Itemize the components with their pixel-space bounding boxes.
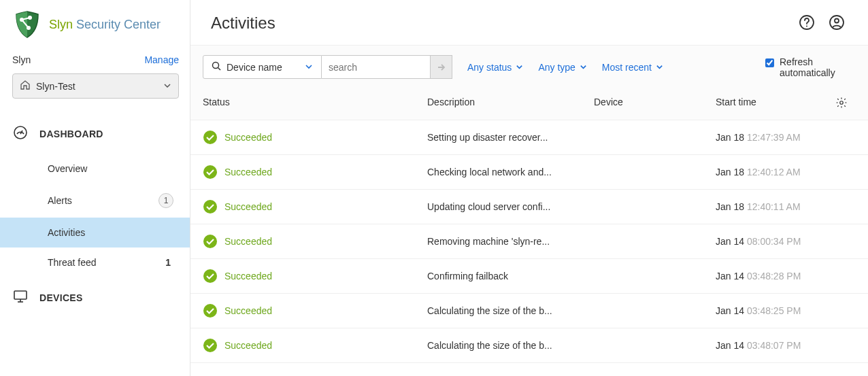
success-check-icon xyxy=(203,338,218,353)
chevron-down-icon xyxy=(516,63,523,71)
description-cell: Setting up disaster recover... xyxy=(427,132,594,143)
main: Activities Device name xyxy=(190,0,868,376)
table-row[interactable]: SucceededUpdating cloud server confi...J… xyxy=(190,190,868,224)
description-cell: Updating cloud server confi... xyxy=(427,201,594,212)
time-cell: Jan 14 08:00:34 PM xyxy=(716,236,848,247)
col-start-time[interactable]: Start time xyxy=(716,97,831,109)
account-icon[interactable] xyxy=(829,14,845,33)
svg-point-23 xyxy=(203,339,217,352)
svg-line-15 xyxy=(218,68,221,71)
status-cell: Succeeded xyxy=(203,303,427,318)
status-text: Succeeded xyxy=(224,340,272,351)
status-text: Succeeded xyxy=(224,305,272,316)
success-check-icon xyxy=(203,269,218,284)
table-row[interactable]: SucceededConfirming failbackJan 14 03:48… xyxy=(190,259,868,294)
svg-point-21 xyxy=(203,269,217,283)
svg-point-13 xyxy=(835,18,839,22)
sidebar-item-alerts[interactable]: Alerts1 xyxy=(0,184,190,218)
type-filter-label: Any type xyxy=(538,62,575,73)
status-cell: Succeeded xyxy=(203,165,427,180)
type-filter[interactable]: Any type xyxy=(538,62,586,73)
refresh-auto-toggle[interactable]: Refresh automatically xyxy=(765,56,848,78)
toolbar: Device name Any status Any type xyxy=(190,45,868,88)
refresh-checkbox[interactable] xyxy=(765,58,774,67)
logo-text: Slyn Security Center xyxy=(49,18,161,32)
col-description[interactable]: Description xyxy=(427,97,594,109)
arrow-right-icon xyxy=(436,62,447,73)
chevron-down-icon xyxy=(656,63,663,71)
nav-section-devices-label: DEVICES xyxy=(39,292,83,303)
time-cell: Jan 14 03:48:07 PM xyxy=(716,340,848,351)
sort-select[interactable]: Most recent xyxy=(602,62,663,73)
svg-point-20 xyxy=(203,235,217,248)
shield-logo-icon xyxy=(12,10,42,39)
filter-field-label: Device name xyxy=(227,62,282,73)
group-selector[interactable]: Slyn-Test xyxy=(12,73,179,99)
nav-section-dashboard-label: DASHBOARD xyxy=(39,129,103,139)
sidebar: Slyn Security Center Slyn Manage Slyn-Te… xyxy=(0,0,190,376)
sidebar-item-activities[interactable]: Activities xyxy=(0,218,190,247)
filter-field-select[interactable]: Device name xyxy=(203,55,322,79)
status-cell: Succeeded xyxy=(203,199,427,214)
table-row[interactable]: SucceededSetting up disaster recover...J… xyxy=(190,120,868,155)
topbar: Activities xyxy=(190,0,868,45)
status-text: Succeeded xyxy=(224,132,272,143)
description-cell: Checking local network and... xyxy=(427,167,594,177)
status-cell: Succeeded xyxy=(203,234,427,249)
table-row[interactable]: SucceededCalculating the size of the b..… xyxy=(190,294,868,328)
sidebar-item-label: Overview xyxy=(48,163,87,174)
sidebar-item-label: Threat feed xyxy=(48,257,97,268)
time-cell: Jan 14 03:48:25 PM xyxy=(716,305,848,316)
success-check-icon xyxy=(203,165,218,180)
status-filter[interactable]: Any status xyxy=(467,62,523,73)
time-cell: Jan 18 12:47:39 AM xyxy=(716,132,848,143)
status-filter-label: Any status xyxy=(467,62,512,73)
badge: 1 xyxy=(165,257,173,268)
sidebar-item-label: Activities xyxy=(48,227,85,238)
status-text: Succeeded xyxy=(224,236,272,247)
table-row[interactable]: SucceededChecking local network and...Ja… xyxy=(190,155,868,190)
success-check-icon xyxy=(203,303,218,318)
svg-point-19 xyxy=(203,200,217,213)
svg-point-17 xyxy=(203,131,217,144)
nav-section-dashboard[interactable]: DASHBOARD xyxy=(0,118,190,150)
chevron-down-icon xyxy=(580,63,587,71)
sidebar-item-threat-feed[interactable]: Threat feed1 xyxy=(0,247,190,277)
status-text: Succeeded xyxy=(224,167,272,177)
gear-icon xyxy=(835,97,848,109)
col-device[interactable]: Device xyxy=(594,97,716,109)
search-submit-button[interactable] xyxy=(431,55,452,79)
group-name: Slyn-Test xyxy=(36,81,76,92)
status-text: Succeeded xyxy=(224,271,272,281)
svg-point-22 xyxy=(203,304,217,318)
org-name: Slyn xyxy=(12,54,31,65)
dashboard-icon xyxy=(12,124,29,143)
org-icon xyxy=(20,80,31,92)
table-header: Status Description Device Start time xyxy=(190,88,868,120)
col-status[interactable]: Status xyxy=(203,97,427,109)
manage-link[interactable]: Manage xyxy=(144,54,179,65)
success-check-icon xyxy=(203,130,218,145)
org-row: Slyn Manage xyxy=(0,54,190,73)
svg-point-14 xyxy=(213,63,219,69)
sidebar-item-label: Alerts xyxy=(48,195,72,206)
description-cell: Removing machine 'slyn-re... xyxy=(427,236,594,247)
table-settings-button[interactable] xyxy=(831,97,848,109)
search-input[interactable] xyxy=(322,55,431,79)
devices-icon xyxy=(12,288,29,307)
sidebar-item-overview[interactable]: Overview xyxy=(0,154,190,184)
success-check-icon xyxy=(203,234,218,249)
help-icon[interactable] xyxy=(799,14,815,33)
description-cell: Confirming failback xyxy=(427,271,594,281)
search-icon xyxy=(212,61,221,73)
table-row[interactable]: SucceededCalculating the size of the b..… xyxy=(190,328,868,363)
time-cell: Jan 18 12:40:11 AM xyxy=(716,201,848,212)
nav-section-devices[interactable]: DEVICES xyxy=(0,281,190,313)
page-title: Activities xyxy=(211,14,276,33)
table-row[interactable]: SucceededRemoving machine 'slyn-re...Jan… xyxy=(190,224,868,259)
status-cell: Succeeded xyxy=(203,130,427,145)
status-text: Succeeded xyxy=(224,201,272,212)
description-cell: Calculating the size of the b... xyxy=(427,305,594,316)
success-check-icon xyxy=(203,199,218,214)
refresh-label: Refresh automatically xyxy=(780,56,848,78)
